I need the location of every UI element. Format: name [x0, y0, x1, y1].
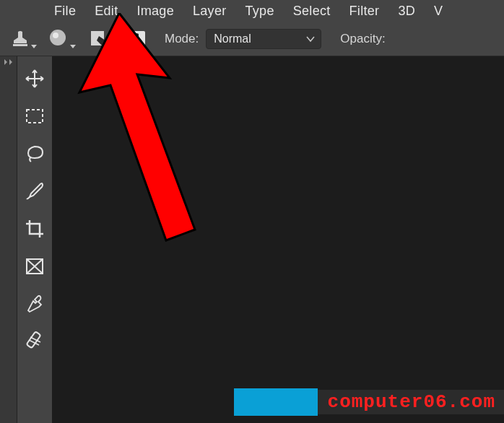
marquee-tool-icon[interactable]	[21, 103, 48, 130]
menu-edit[interactable]: Edit	[87, 1, 125, 21]
chevron-down-icon	[31, 45, 37, 48]
expand-handle-icon[interactable]	[0, 56, 16, 66]
svg-rect-0	[13, 44, 27, 46]
menu-layer[interactable]: Layer	[186, 1, 234, 21]
menu-filter[interactable]: Filter	[342, 1, 387, 21]
clone-source-panel-icon[interactable]	[121, 27, 152, 51]
menu-image[interactable]: Image	[129, 1, 181, 21]
collapsed-panel-strip[interactable]	[0, 56, 17, 423]
crop-tool-icon[interactable]	[21, 215, 48, 243]
current-tool-stamp-icon[interactable]	[9, 27, 39, 51]
canvas-area[interactable]	[52, 56, 504, 423]
svg-point-1	[50, 30, 66, 45]
svg-rect-7	[27, 331, 41, 348]
brush-preset-icon[interactable]	[46, 27, 77, 51]
move-tool-icon[interactable]	[21, 65, 48, 92]
brush-settings-icon[interactable]	[84, 27, 114, 51]
menu-view-partial[interactable]: V	[427, 1, 450, 21]
svg-rect-4	[131, 43, 142, 45]
blend-mode-value: Normal	[214, 32, 251, 45]
brush-tool-icon[interactable]	[21, 178, 48, 205]
options-bar: Mode: Normal Opacity:	[0, 22, 504, 56]
opacity-label: Opacity:	[340, 32, 385, 46]
menu-file[interactable]: File	[47, 1, 83, 21]
blend-mode-select[interactable]: Normal	[206, 29, 321, 49]
chevron-down-icon	[306, 35, 315, 43]
watermark-accent	[234, 388, 318, 416]
watermark: computer06.com	[234, 388, 504, 416]
svg-point-2	[53, 32, 58, 38]
chevron-down-icon	[70, 45, 76, 48]
frame-tool-icon[interactable]	[21, 253, 48, 280]
healing-brush-tool-icon[interactable]	[21, 328, 48, 355]
lasso-tool-icon[interactable]	[21, 140, 48, 167]
workspace	[0, 56, 504, 423]
eyedropper-tool-icon[interactable]	[21, 290, 48, 318]
menu-3d[interactable]: 3D	[391, 1, 422, 21]
menu-select[interactable]: Select	[286, 1, 338, 21]
menu-type[interactable]: Type	[238, 1, 282, 21]
watermark-text: computer06.com	[318, 390, 504, 414]
mode-label: Mode:	[165, 32, 199, 46]
svg-rect-5	[27, 110, 43, 123]
main-menu-bar: File Edit Image Layer Type Select Filter…	[0, 0, 504, 22]
toolbox	[17, 56, 52, 423]
